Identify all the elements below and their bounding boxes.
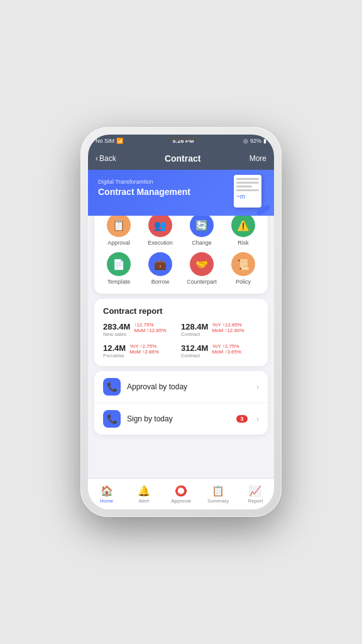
- approval-tab-label: Approval: [171, 498, 191, 504]
- camera-dot: [180, 137, 183, 140]
- back-chevron-icon: ‹: [96, 154, 98, 163]
- home-tab-label: Home: [100, 498, 113, 504]
- approval-today-label: Approval by today: [127, 382, 248, 391]
- tab-bar: 🏠 Home 🔔 Alert ⭕ Approval 📋 Summary 📈 Re…: [88, 478, 274, 509]
- policy-label: Policy: [236, 279, 251, 285]
- wifi-icon: 📶: [116, 138, 123, 144]
- new-sales-meta: ↑12.75% MoM ↑12.85%: [134, 322, 166, 333]
- sign-today-label: Sign by today: [127, 414, 230, 423]
- counterpart-label: Counterpart: [187, 279, 217, 285]
- carrier-info: No SIM 📶: [96, 138, 123, 144]
- page-title: Contract: [165, 153, 201, 164]
- new-sales-mom: MoM ↑12.85%: [134, 328, 166, 333]
- module-grid: 📋 Approval 👥 Execution 🔄 Change ⚠️ Risk: [99, 213, 263, 285]
- battery-icon: ▮: [263, 138, 266, 144]
- approval-today-chevron-icon: ›: [256, 382, 259, 391]
- policy-icon: 📜: [231, 252, 255, 276]
- phone-screen: No SIM 📶 5:26 PM ◎ 92% ▮ ‹ Back Contract…: [88, 135, 274, 509]
- sign-today-row[interactable]: 📞 Sign by today 3 ›: [94, 403, 268, 435]
- sign-today-icon: 📞: [103, 410, 121, 428]
- approval-label: Approval: [107, 240, 130, 246]
- speaker: [168, 137, 200, 140]
- report-purchase: 12.4M Purcahse YoY ↑2.75% MoM ↑2.86%: [103, 343, 181, 358]
- contract1-label: Contract: [181, 331, 208, 337]
- hero-document-illustration: ~m: [234, 175, 265, 209]
- template-icon: 📄: [107, 252, 131, 276]
- counterpart-icon: 🤝: [190, 252, 214, 276]
- borrow-label: Borrow: [151, 279, 170, 285]
- approval-today-icon: 📞: [103, 378, 121, 396]
- status-bar: No SIM 📶 5:26 PM ◎ 92% ▮: [88, 135, 274, 147]
- summary-tab-label: Summary: [207, 498, 229, 504]
- contract2-mom: MoM ↑3.65%: [212, 349, 241, 355]
- template-label: Template: [107, 279, 131, 285]
- change-icon: 🔄: [190, 213, 214, 237]
- sign-today-badge: 3: [236, 415, 248, 423]
- tab-home[interactable]: 🏠 Home: [88, 485, 125, 504]
- approval-today-row[interactable]: 📞 Approval by today ›: [94, 371, 268, 403]
- tab-approval[interactable]: ⭕ Approval: [162, 485, 199, 504]
- purchase-label: Purcahse: [103, 353, 126, 358]
- report-new-sales: 283.4M New sales ↑12.75% MoM ↑12.85%: [103, 322, 181, 337]
- alert-tab-label: Alert: [139, 498, 149, 504]
- more-button[interactable]: More: [250, 154, 266, 163]
- module-approval[interactable]: 📋 Approval: [99, 213, 138, 246]
- phone-frame: No SIM 📶 5:26 PM ◎ 92% ▮ ‹ Back Contract…: [80, 127, 282, 517]
- module-policy[interactable]: 📜 Policy: [224, 252, 263, 285]
- risk-label: Risk: [238, 240, 249, 246]
- battery-label: 92%: [250, 138, 261, 144]
- location-icon: ◎: [243, 138, 248, 144]
- back-button[interactable]: ‹ Back: [96, 154, 116, 163]
- contract2-value: 312.4M: [181, 343, 208, 353]
- contract1-meta: YoY ↑12.85% MoM ↑12.90%: [212, 322, 244, 333]
- carrier-label: No SIM: [96, 138, 114, 144]
- report-grid: 283.4M New sales ↑12.75% MoM ↑12.85% 128…: [103, 322, 259, 358]
- purchase-mom: MoM ↑2.86%: [129, 349, 159, 355]
- report-contract-2: 312.4M Contract YoY ↑2.75% MoM ↑3.65%: [181, 343, 259, 358]
- action-cards: 📞 Approval by today › 📞 Sign by today 3 …: [94, 371, 268, 435]
- battery-info: ◎ 92% ▮: [243, 138, 266, 144]
- sign-today-chevron-icon: ›: [256, 414, 259, 423]
- module-change[interactable]: 🔄 Change: [182, 213, 221, 246]
- purchase-value: 12.4M: [103, 343, 126, 353]
- change-label: Change: [192, 240, 212, 246]
- new-sales-label: New sales: [103, 331, 130, 337]
- tab-alert[interactable]: 🔔 Alert: [125, 485, 162, 504]
- approval-tab-icon: ⭕: [175, 485, 187, 497]
- tab-summary[interactable]: 📋 Summary: [200, 485, 237, 504]
- module-execution[interactable]: 👥 Execution: [141, 213, 180, 246]
- hero-banner: Digital Transforamtion Contract Manageme…: [88, 170, 274, 216]
- contract-report-card: Contract report 283.4M New sales ↑12.75%…: [94, 299, 268, 366]
- report-contract-1: 128.4M Contract YoY ↑12.85% MoM ↑12.90%: [181, 322, 259, 337]
- alert-tab-icon: 🔔: [138, 485, 150, 497]
- new-sales-yoy: ↑12.75%: [134, 322, 166, 328]
- back-label: Back: [99, 154, 116, 163]
- module-template[interactable]: 📄 Template: [99, 252, 138, 285]
- navigation-bar: ‹ Back Contract More: [88, 147, 274, 170]
- tab-report[interactable]: 📈 Report: [237, 485, 274, 504]
- contract1-value: 128.4M: [181, 322, 208, 331]
- summary-tab-icon: 📋: [212, 485, 224, 497]
- new-sales-value: 283.4M: [103, 322, 130, 331]
- execution-icon: 👥: [148, 213, 172, 237]
- home-tab-icon: 🏠: [101, 485, 113, 497]
- purchase-yoy: YoY ↑2.75%: [129, 343, 159, 349]
- module-borrow[interactable]: 💼 Borrow: [141, 252, 180, 285]
- borrow-icon: 💼: [148, 252, 172, 276]
- report-tab-icon: 📈: [249, 485, 261, 497]
- contract1-mom: MoM ↑12.90%: [212, 328, 244, 333]
- report-title: Contract report: [103, 306, 259, 316]
- risk-icon: ⚠️: [231, 213, 255, 237]
- contract2-label: Contract: [181, 353, 208, 358]
- module-counterpart[interactable]: 🤝 Counterpart: [182, 252, 221, 285]
- module-risk[interactable]: ⚠️ Risk: [224, 213, 263, 246]
- main-content: Digital Transforamtion Contract Manageme…: [88, 170, 274, 478]
- purchase-meta: YoY ↑2.75% MoM ↑2.86%: [129, 343, 159, 355]
- report-tab-label: Report: [248, 498, 263, 504]
- approval-icon: 📋: [107, 213, 131, 237]
- icon-grid-card: 📋 Approval 👥 Execution 🔄 Change ⚠️ Risk: [94, 204, 268, 294]
- contract2-meta: YoY ↑2.75% MoM ↑3.65%: [212, 343, 241, 355]
- contract1-yoy: YoY ↑12.85%: [212, 322, 244, 328]
- contract2-yoy: YoY ↑2.75%: [212, 343, 241, 349]
- execution-label: Execution: [148, 240, 173, 246]
